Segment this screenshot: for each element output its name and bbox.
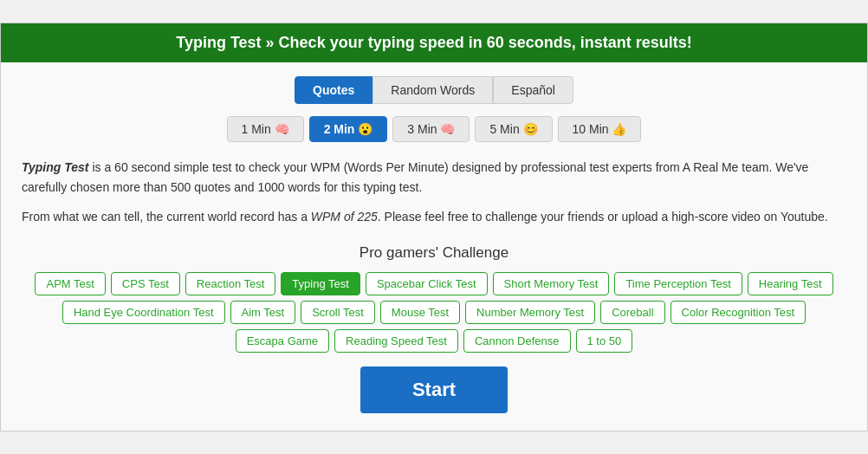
btn-cannon-defense[interactable]: Cannon Defense [463,329,571,353]
time-3min[interactable]: 3 Min 🧠 [392,116,470,142]
btn-short-memory[interactable]: Short Memory Test [493,272,610,295]
btn-escapa-game[interactable]: Escapa Game [236,329,329,353]
btn-1to50[interactable]: 1 to 50 [576,329,633,353]
desc2-start: From what we can tell, the current world… [22,210,311,224]
tab-espanol[interactable]: Español [493,76,573,104]
wpm-bold: WPM of 225 [311,210,378,224]
time-10min[interactable]: 10 Min 👍 [558,116,642,142]
btn-scroll-test[interactable]: Scroll Test [301,301,375,324]
btn-hearing-test[interactable]: Hearing Test [748,272,833,295]
header-title: Typing Test » Check your typing speed in… [176,34,691,51]
btn-color-recognition[interactable]: Color Recognition Test [670,301,806,324]
desc2-end: . Please feel free to challenge your fri… [378,210,828,224]
challenge-buttons: APM Test CPS Test Reaction Test Typing T… [22,272,846,353]
desc1-text: is a 60 second simple test to check your… [22,160,808,193]
time-2min[interactable]: 2 Min 😮 [309,116,388,142]
tabs-row: Quotes Random Words Español [22,76,846,104]
tab-quotes[interactable]: Quotes [295,76,372,104]
btn-coreball[interactable]: Coreball [600,301,664,324]
btn-mouse-test[interactable]: Mouse Test [380,301,460,324]
start-btn-row: Start [22,366,846,413]
btn-hand-eye[interactable]: Hand Eye Coordination Test [62,301,225,324]
btn-time-perception[interactable]: Time Perception Test [614,272,742,295]
time-5min[interactable]: 5 Min 😊 [475,116,552,142]
btn-apm-test[interactable]: APM Test [35,272,105,295]
btn-typing-test[interactable]: Typing Test [281,272,360,295]
time-1min[interactable]: 1 Min 🧠 [227,116,304,142]
description-2: From what we can tell, the current world… [22,207,846,226]
btn-aim-test[interactable]: Aim Test [230,301,296,324]
time-row: 1 Min 🧠 2 Min 😮 3 Min 🧠 5 Min 😊 10 Min 👍 [22,116,846,142]
btn-cps-test[interactable]: CPS Test [111,272,180,295]
start-button[interactable]: Start [360,366,508,413]
btn-reading-speed[interactable]: Reading Speed Test [334,329,458,353]
btn-spacebar-click[interactable]: Spacebar Click Test [366,272,488,295]
challenge-title: Pro gamers' Challenge [22,244,846,262]
typing-test-bold: Typing Test [22,160,89,174]
page-header: Typing Test » Check your typing speed in… [1,23,867,62]
btn-number-memory[interactable]: Number Memory Test [465,301,595,324]
btn-reaction-test[interactable]: Reaction Test [185,272,276,295]
tab-random-words[interactable]: Random Words [372,76,493,104]
description-1: Typing Test is a 60 second simple test t… [22,158,846,197]
